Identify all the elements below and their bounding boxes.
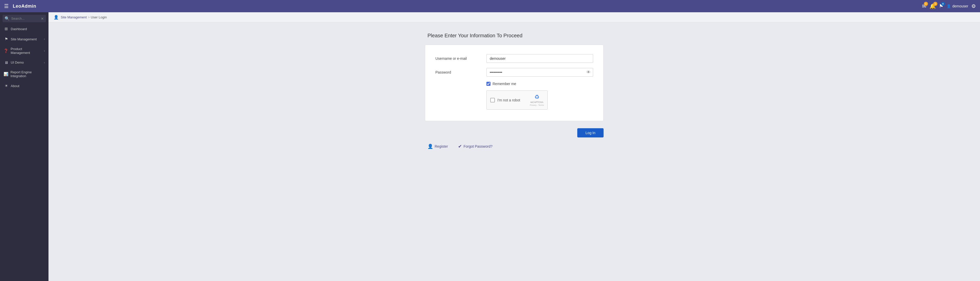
forgot-password-link[interactable]: ✔ Forgot Password? — [458, 144, 493, 149]
email-notifications-button[interactable]: ✉ 1 — [922, 3, 926, 9]
search-clear-icon[interactable]: ✕ — [41, 17, 44, 21]
sidebar-item-product-management[interactable]: ❓ Product Management ‹ — [0, 44, 48, 57]
remember-me-checkbox[interactable] — [487, 82, 490, 86]
user-menu-button[interactable]: 👤 demouser — [947, 4, 968, 8]
recaptcha-brand: reCAPTCHA — [530, 101, 543, 104]
sidebar-item-label: Dashboard — [11, 27, 27, 31]
breadcrumb: 👤 Site Management > User Login — [48, 12, 980, 22]
username-input[interactable] — [487, 54, 593, 63]
breadcrumb-icon: 👤 — [54, 15, 59, 20]
top-header: ☰ LeoAdmin ✉ 1 🔔 1 ⚑ 9 👤 demouser ⚙ — [0, 0, 980, 12]
ui-demo-icon: 🖥 — [3, 60, 9, 65]
username-row: Username or e-mail — [435, 54, 593, 63]
app-logo: LeoAdmin — [13, 3, 36, 9]
sidebar-item-ui-demo[interactable]: 🖥 UI Demo ‹ — [0, 57, 48, 67]
recaptcha-logo: ♻ — [535, 94, 539, 101]
sidebar: 🔍 ✕ ⊞ Dashboard ⚑ Site Management ‹ ❓ Pr… — [0, 12, 48, 281]
login-button-row: Log In — [425, 128, 604, 137]
password-input-wrap: 👁 — [487, 68, 593, 77]
forgot-password-label: Forgot Password? — [463, 144, 493, 148]
captcha-box[interactable]: I'm not a robot ♻ reCAPTCHA Privacy - Te… — [487, 91, 548, 110]
sidebar-item-label: Site Management — [11, 37, 37, 41]
product-management-icon: ❓ — [3, 48, 9, 53]
forgot-password-icon: ✔ — [458, 144, 462, 149]
main-content: 👤 Site Management > User Login Please En… — [48, 12, 980, 281]
sidebar-item-label: Report Engine Integration — [11, 70, 45, 78]
report-engine-icon: 📊 — [3, 72, 8, 77]
password-toggle-icon[interactable]: 👁 — [587, 70, 590, 75]
bottom-links: 👤 Register ✔ Forgot Password? — [428, 144, 493, 149]
alert-notifications-button[interactable]: ⚑ 9 — [939, 3, 943, 9]
content-area: Please Enter Your Information To Proceed… — [48, 22, 980, 281]
captcha-row: I'm not a robot ♻ reCAPTCHA Privacy - Te… — [487, 91, 593, 110]
site-management-icon: ⚑ — [3, 37, 9, 42]
password-label: Password — [435, 70, 481, 74]
remember-me-row: Remember me — [487, 82, 593, 86]
username-input-wrap — [487, 54, 593, 63]
sidebar-item-site-management[interactable]: ⚑ Site Management ‹ — [0, 34, 48, 44]
register-label: Register — [434, 144, 448, 148]
email-badge: 1 — [924, 2, 928, 6]
captcha-left: I'm not a robot — [490, 98, 520, 102]
dashboard-icon: ⊞ — [3, 27, 9, 31]
main-layout: 🔍 ✕ ⊞ Dashboard ⚑ Site Management ‹ ❓ Pr… — [0, 12, 980, 281]
user-avatar-icon: 👤 — [947, 4, 951, 8]
sidebar-item-about[interactable]: ☀ About — [0, 81, 48, 91]
search-bar[interactable]: 🔍 ✕ — [3, 15, 46, 22]
recaptcha-links: Privacy - Terms — [530, 104, 544, 106]
captcha-checkbox[interactable] — [490, 98, 495, 102]
search-input[interactable] — [11, 17, 39, 21]
sidebar-item-label: About — [11, 84, 19, 88]
header-left: ☰ LeoAdmin — [4, 3, 36, 9]
login-button[interactable]: Log In — [577, 128, 604, 137]
password-row: Password 👁 — [435, 68, 593, 77]
chevron-icon: ‹ — [44, 61, 45, 64]
bell-badge: 1 — [933, 2, 937, 6]
register-link[interactable]: 👤 Register — [428, 144, 448, 149]
header-right: ✉ 1 🔔 1 ⚑ 9 👤 demouser ⚙ — [922, 3, 976, 9]
chevron-icon: ‹ — [44, 49, 45, 53]
captcha-right: ♻ reCAPTCHA Privacy - Terms — [530, 94, 544, 106]
login-card: Username or e-mail Password 👁 — [425, 45, 604, 121]
settings-icon[interactable]: ⚙ — [971, 3, 976, 9]
password-input[interactable] — [487, 68, 593, 77]
search-icon: 🔍 — [5, 16, 10, 21]
sidebar-item-report-engine[interactable]: 📊 Report Engine Integration — [0, 67, 48, 81]
breadcrumb-section[interactable]: Site Management — [61, 15, 87, 19]
username-label: Username or e-mail — [435, 56, 481, 61]
sidebar-item-label: UI Demo — [11, 61, 24, 64]
alert-badge: 9 — [941, 2, 945, 6]
breadcrumb-current: User Login — [91, 15, 107, 19]
chevron-icon: ‹ — [44, 37, 45, 41]
bell-notifications-button[interactable]: 🔔 1 — [929, 3, 936, 9]
about-icon: ☀ — [3, 83, 9, 88]
form-title: Please Enter Your Information To Proceed — [428, 33, 522, 38]
sidebar-item-dashboard[interactable]: ⊞ Dashboard — [0, 24, 48, 34]
breadcrumb-separator: > — [88, 15, 90, 19]
sidebar-item-label: Product Management — [11, 47, 42, 55]
captcha-label: I'm not a robot — [497, 98, 520, 102]
register-icon: 👤 — [428, 144, 433, 149]
menu-toggle-icon[interactable]: ☰ — [4, 3, 9, 9]
username-label: demouser — [953, 4, 968, 8]
remember-me-label: Remember me — [493, 82, 516, 86]
